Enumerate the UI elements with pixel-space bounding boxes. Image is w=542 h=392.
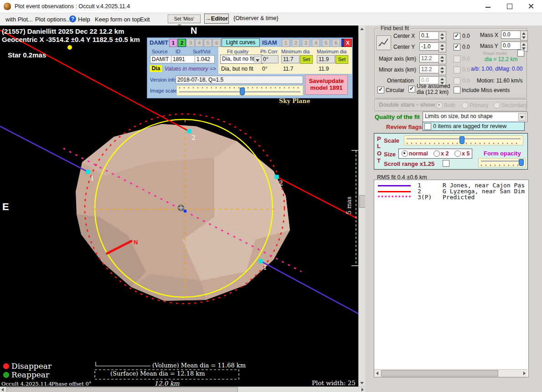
damit-tab-1[interactable]: 1 [169,39,177,47]
center-y-input[interactable]: -1.0 [419,42,439,51]
size-normal-label: normal [409,150,428,157]
chord-1-in [0,126,88,172]
shape-model-checkbox[interactable] [517,50,524,57]
mass-x-label: Mass X [480,32,498,38]
quality-of-fit-select[interactable]: Limits on size, but no shape [423,112,527,122]
form-opacity-slider[interactable] [478,158,526,167]
minor-axis-input[interactable]: 12.2 [419,65,439,73]
damit-tab-6[interactable]: 6 [212,39,221,47]
find-best-fit-button[interactable] [377,36,391,50]
scroll-range-checkbox[interactable] [443,160,449,167]
max-dia-set-button[interactable]: Set [336,55,348,64]
isam-tab-2[interactable]: 2 [292,39,300,47]
isam-tab-3[interactable]: 3 [302,39,310,47]
circular-checkbox[interactable] [377,87,384,93]
set-miss-times-button[interactable]: Set 'Miss' Times [168,15,201,23]
secondary-radio [494,102,500,108]
damit-tab-3[interactable]: 3 [186,39,195,47]
save-update-model-button[interactable]: Save/update model 1891 [305,75,348,95]
review-flags-checkbox[interactable] [424,123,431,130]
isam-tab-1[interactable]: 1 [282,39,290,47]
list-horizontal-scrollbar[interactable] [374,369,527,377]
size-normal-radio[interactable] [402,150,408,157]
minor-axis-label: Minor axis (km) [379,67,416,73]
scroll-up-icon[interactable] [360,28,364,30]
plot-horizontal-scrollbar[interactable] [0,387,365,392]
orientation-label: Orientation [387,77,414,84]
chord-2-out [277,177,357,218]
center-x-input[interactable]: 0.1 [419,31,439,40]
ph-corr-value[interactable]: 0° [261,55,279,63]
menu-keep-on-top[interactable]: Keep form on top [95,16,140,23]
fit-quality-select[interactable]: Dia, but no fit [220,55,263,64]
disappear-dot [3,363,9,369]
marker-label: 2 [279,180,283,187]
east-label: E [2,201,9,213]
id-value[interactable]: 1891 [171,55,196,63]
damit-tab-2[interactable]: 2 [178,39,186,47]
menu-exit[interactable]: Exit [140,16,150,23]
reappear-dot [3,372,9,378]
major-axis-lock-value: 0.0 [462,56,470,62]
v-scroll-thumb[interactable] [359,195,366,208]
include-miss-checkbox[interactable] [454,87,460,93]
max-dia-value[interactable]: 11.9 [317,55,335,63]
chart-icon [377,36,390,49]
plot-width-label: Plot width: 25 km [312,379,358,387]
min-dia-set-button[interactable]: Set [300,55,313,64]
plot-vertical-scrollbar[interactable] [358,26,366,387]
center-x-lock-checkbox[interactable] [454,33,460,40]
menu-plot-options[interactable]: Plot options... [35,16,71,23]
observations-list[interactable]: 1 R Jones, near Cajon Pas 2 G Lyzenga, n… [374,180,529,377]
major-axis-input[interactable]: 12.2 [419,54,439,62]
form-opacity-slider-thumb[interactable] [519,159,524,166]
image-scale-slider[interactable] [176,85,303,96]
mass-x-input[interactable]: 0.0 [501,31,521,39]
minor-axis-lock-checkbox [454,67,460,73]
close-button[interactable] [524,1,538,11]
scale-slider[interactable] [404,135,523,145]
surfvol-value: 1.042 [195,55,215,63]
scroll-left-icon[interactable] [376,371,378,375]
isam-tab-5[interactable]: 5 [322,39,330,47]
mass-x-spinner[interactable] [520,31,528,41]
menu-help[interactable]: Help [78,16,90,23]
center-y-spinner[interactable] [439,42,446,52]
min-dia-value[interactable]: 11.7 [281,55,299,63]
scroll-right-icon[interactable] [361,388,364,392]
editor-button[interactable]: →Editor [204,14,229,24]
both-radio [436,102,443,108]
scroll-down-icon[interactable] [360,382,364,384]
image-scale-slider-thumb[interactable] [240,88,245,95]
size-x2-radio[interactable] [434,150,440,157]
damit-close-button[interactable]: X [344,39,352,47]
size-x5-label: x 5 [462,150,470,157]
size-x5-radio[interactable] [454,150,461,157]
menu-with-plot[interactable]: with Plot... [5,16,33,23]
mass-y-input[interactable]: 0.0 [501,41,521,50]
light-curves-button[interactable]: Light curves [222,38,260,47]
damit-tab-4[interactable]: 4 [195,39,203,47]
maximize-button[interactable] [503,1,516,11]
star-dot [67,45,72,50]
minimize-button[interactable] [481,1,495,11]
dia-button[interactable]: Dia [150,65,162,72]
center-y-lock-checkbox[interactable] [454,44,460,51]
scroll-right-icon[interactable] [523,371,526,375]
major-axis-spinner[interactable] [439,54,446,64]
isam-tab-4[interactable]: 4 [312,39,320,47]
observer-time-button[interactable]: {Observer & time} [233,15,279,21]
use-assumed-dia-checkbox[interactable] [408,86,415,93]
review-flags-label: Review flags [386,124,422,130]
center-x-spinner[interactable] [439,31,446,41]
version-info-value[interactable]: 2018-07-18, Q=1.5 [176,76,303,84]
h-scroll-thumb[interactable] [6,387,238,392]
minor-axis-spinner[interactable] [439,65,446,75]
scale-slider-thumb[interactable] [459,136,465,144]
min-dia-header: Minimum dia [281,49,310,54]
ph-corr-header: Ph Corr [260,49,278,54]
scroll-left-icon[interactable] [1,388,4,392]
damit-tab-5[interactable]: 5 [204,39,212,47]
isam-tab-6[interactable]: 6 [332,39,340,47]
list-h-scroll-thumb[interactable] [381,370,498,377]
